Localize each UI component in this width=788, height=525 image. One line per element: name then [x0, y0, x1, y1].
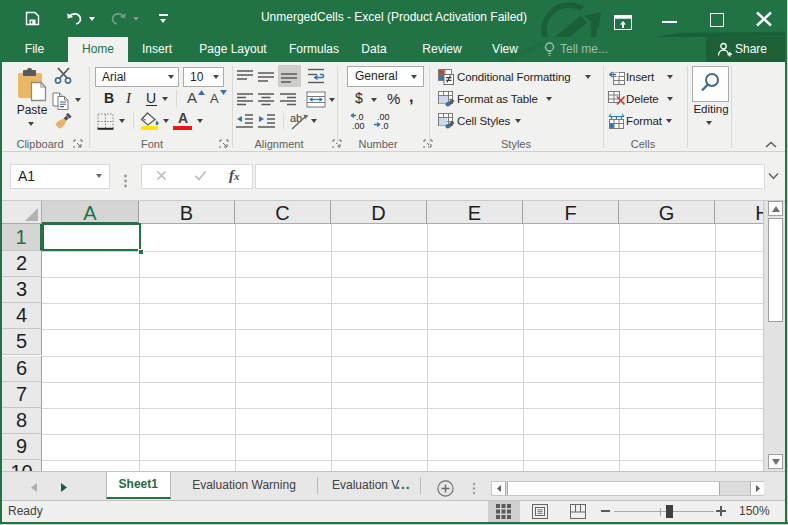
svg-text:.0: .0	[381, 121, 389, 130]
svg-text:.00: .00	[352, 121, 365, 130]
svg-text:ab: ab	[290, 112, 302, 124]
